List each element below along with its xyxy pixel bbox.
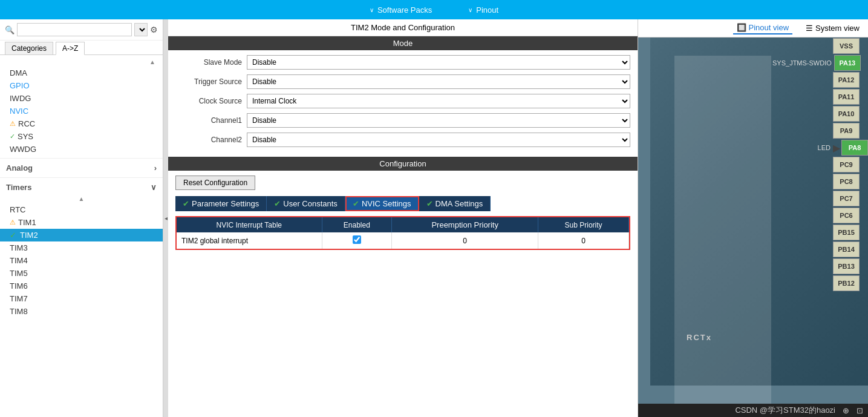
sidebar-item-tim7-label: TIM7	[10, 294, 28, 303]
sidebar-item-tim8-label: TIM8	[10, 307, 28, 316]
sidebar-category-analog[interactable]: Analog ›	[0, 161, 163, 175]
sidebar-item-tim1[interactable]: TIM1	[0, 216, 163, 229]
channel1-label: Channel1	[175, 116, 242, 125]
sidebar-item-wwdg[interactable]: WWDG	[0, 143, 163, 156]
pin-pb15-box[interactable]: PB15	[833, 225, 860, 240]
sidebar-content: ▲ DMA GPIO IWDG NVIC RCC SYS WWDG	[0, 55, 163, 417]
search-filter-select[interactable]	[134, 23, 148, 36]
software-packs-label: Software Packs	[377, 5, 432, 15]
pin-pa9-box[interactable]: PA9	[833, 123, 860, 139]
pin-pa13-signal: SYS_JTMS-SWDIO	[772, 59, 834, 67]
check-icon-tim2: ✓	[10, 231, 16, 240]
sidebar-item-sys-label: SYS	[18, 132, 33, 141]
channel2-row: Channel2 Disable	[175, 133, 630, 147]
pin-pa12: PA12	[772, 71, 868, 88]
slave-mode-select[interactable]: Disable	[247, 55, 630, 70]
pin-pc7-box[interactable]: PC7	[833, 191, 860, 206]
slave-mode-label: Slave Mode	[175, 58, 242, 67]
pin-pb13-box[interactable]: PB13	[833, 258, 860, 274]
pin-pc9-box[interactable]: PC9	[833, 157, 860, 172]
tab-user-constants-label: User Constants	[283, 199, 338, 208]
sidebar-item-gpio[interactable]: GPIO	[0, 79, 163, 92]
pin-pa10-box[interactable]: PA10	[833, 106, 860, 122]
mode-section: Slave Mode Disable Trigger Source Disabl…	[168, 50, 638, 157]
pinout-view-button[interactable]: 🔲 Pinout view	[733, 22, 792, 34]
pin-pb14-box[interactable]: PB14	[833, 241, 860, 257]
tab-parameter-settings-label: Parameter Settings	[192, 199, 259, 208]
nvic-row-sub: 0	[538, 232, 629, 249]
pin-pb13: PB13	[772, 258, 868, 275]
pin-vss-box[interactable]: VSS	[833, 38, 860, 54]
sidebar-item-iwdg[interactable]: IWDG	[0, 92, 163, 105]
sidebar-item-tim4[interactable]: TIM4	[0, 254, 163, 267]
trigger-source-label: Trigger Source	[175, 77, 242, 86]
pin-pc9: PC9	[772, 156, 868, 173]
system-view-label: System view	[815, 24, 860, 33]
pin-pc8-box[interactable]: PC8	[833, 174, 860, 189]
pinout-view-label: Pinout view	[749, 23, 789, 32]
sidebar-item-tim5[interactable]: TIM5	[0, 267, 163, 280]
search-input[interactable]	[17, 23, 132, 36]
tab-dma-settings[interactable]: ✔ DMA Settings	[419, 196, 491, 211]
pin-pa8-box[interactable]: PA8	[841, 140, 868, 156]
sidebar-timers-label: Timers	[6, 183, 31, 192]
sidebar-item-rtc-label: RTC	[10, 205, 25, 214]
pin-pb12: PB12	[772, 275, 868, 292]
pinout-arrow: ∨	[468, 7, 472, 13]
search-bar: 🔍 ⚙	[0, 19, 163, 41]
pin-pc6-box[interactable]: PC6	[833, 208, 860, 223]
zoom-in-icon[interactable]: ⊕	[843, 406, 849, 415]
tab-user-constants[interactable]: ✔ User Constants	[267, 196, 345, 211]
pinout-menu[interactable]: ∨ Pinout	[468, 5, 498, 15]
pin-pc6: PC6	[772, 207, 868, 224]
sidebar-item-tim7[interactable]: TIM7	[0, 292, 163, 305]
sidebar-item-tim2[interactable]: ✓ TIM2	[0, 229, 163, 241]
pin-pa12-box[interactable]: PA12	[833, 72, 860, 88]
sidebar-category-timers[interactable]: Timers ∨	[0, 180, 163, 194]
sidebar-item-gpio-label: GPIO	[10, 81, 30, 90]
clock-source-select[interactable]: Internal Clock	[247, 94, 630, 108]
trigger-source-select[interactable]: Disable	[247, 74, 630, 89]
software-packs-menu[interactable]: ∨ Software Packs	[370, 5, 432, 15]
tab-atoz[interactable]: A->Z	[56, 42, 85, 55]
sidebar-item-sys[interactable]: SYS	[0, 130, 163, 143]
pinout-label: Pinout	[476, 5, 498, 15]
channel2-select[interactable]: Disable	[247, 133, 630, 147]
center-panel: TIM2 Mode and Configuration Mode Slave M…	[168, 19, 638, 417]
pin-pb12-box[interactable]: PB12	[833, 275, 860, 291]
sidebar-collapse-handle[interactable]	[163, 19, 168, 417]
system-view-button[interactable]: ☰ System view	[802, 22, 863, 34]
nvic-enabled-checkbox[interactable]	[353, 235, 361, 244]
reset-config-button[interactable]: Reset Configuration	[175, 176, 255, 190]
tab-categories[interactable]: Categories	[5, 42, 53, 54]
channel1-row: Channel1 Disable	[175, 113, 630, 128]
sidebar-item-rcc-label: RCC	[18, 119, 35, 128]
zoom-fit-icon[interactable]: ⊡	[857, 406, 863, 415]
channel1-select[interactable]: Disable	[247, 113, 630, 128]
nvic-col-sub: Sub Priority	[538, 217, 629, 232]
clock-source-row: Clock Source Internal Clock	[175, 94, 630, 108]
chip-text: RCTx	[687, 330, 712, 343]
tab-nvic-settings[interactable]: ✔ NVIC Settings	[345, 196, 419, 211]
mode-header: Mode	[168, 36, 638, 50]
tab-parameter-settings[interactable]: ✔ Parameter Settings	[175, 196, 267, 211]
dma-check-icon: ✔	[426, 199, 433, 208]
sidebar-item-tim6[interactable]: TIM6	[0, 280, 163, 292]
pin-area: RCTx VSS SYS_JTMS-SWDIO PA13 PA12	[638, 38, 868, 404]
nvic-row-name: TIM2 global interrupt	[177, 232, 322, 249]
sidebar-item-tim8[interactable]: TIM8	[0, 305, 163, 318]
settings-icon[interactable]: ⚙	[150, 25, 158, 34]
sidebar-item-rcc[interactable]: RCC	[0, 117, 163, 130]
sidebar-divider-1	[0, 158, 163, 159]
sidebar-item-nvic[interactable]: NVIC	[0, 105, 163, 117]
pin-pa13-box[interactable]: PA13	[834, 55, 861, 71]
sidebar-item-tim3[interactable]: TIM3	[0, 241, 163, 254]
sidebar-item-dma[interactable]: DMA	[0, 67, 163, 79]
pin-column: VSS SYS_JTMS-SWDIO PA13 PA12 PA11	[772, 38, 868, 292]
sidebar-item-tim5-label: TIM5	[10, 269, 28, 278]
pin-pa11-box[interactable]: PA11	[833, 89, 860, 105]
sidebar-item-nvic-label: NVIC	[10, 107, 28, 116]
sidebar-item-rtc[interactable]: RTC	[0, 203, 163, 216]
sidebar-item-iwdg-label: IWDG	[10, 94, 31, 103]
table-row: TIM2 global interrupt 0 0	[177, 232, 629, 249]
